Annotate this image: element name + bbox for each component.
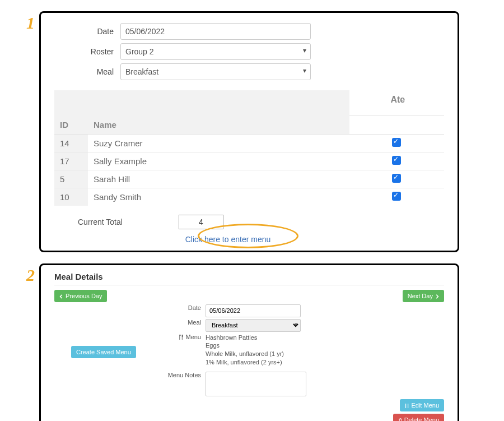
meal-select-2[interactable]: Breakfast: [206, 319, 301, 332]
step-number-1: 1: [17, 11, 39, 33]
cutlery-icon: [179, 335, 184, 340]
row-id: 5: [54, 170, 88, 188]
date-label-2: Date: [54, 304, 206, 311]
current-total-label: Current Total: [78, 218, 123, 226]
next-day-label: Next Day: [408, 293, 433, 299]
menu-notes-label: Menu Notes: [54, 372, 206, 378]
row-name: Sally Example: [88, 152, 349, 170]
cutlery-icon: [405, 404, 409, 408]
row-name: Sarah Hill: [88, 170, 349, 188]
meal-select[interactable]: Breakfast: [120, 63, 311, 80]
menu-notes-textarea[interactable]: [206, 372, 306, 396]
table-row: 17 Sally Example: [54, 152, 444, 170]
enter-menu-link[interactable]: Click here to enter menu: [144, 235, 312, 244]
meal-details-panel: Meal Details Previous Day Next Day Date: [39, 263, 459, 422]
meal-label: Meal: [70, 67, 120, 76]
trash-icon: [398, 418, 403, 421]
edit-menu-button[interactable]: Edit Menu: [400, 399, 444, 411]
arrow-left-icon: [59, 294, 64, 299]
previous-day-button[interactable]: Previous Day: [54, 290, 107, 302]
date-label: Date: [70, 27, 120, 36]
menu-list: Hashbrown Patties Eggs Whole Milk, unfla…: [206, 334, 444, 367]
table-row: 5 Sarah Hill: [54, 170, 444, 188]
create-saved-menu-button[interactable]: Create Saved Menu: [71, 346, 136, 358]
delete-menu-button[interactable]: Delete Menu: [393, 414, 444, 421]
row-name: Suzy Cramer: [88, 134, 349, 152]
step-number-2: 2: [17, 263, 39, 285]
roster-label: Roster: [70, 47, 120, 56]
roster-select[interactable]: Group 2: [120, 43, 311, 60]
menu-item: Eggs: [206, 341, 444, 350]
ate-checkbox[interactable]: [392, 156, 401, 165]
ate-checkbox[interactable]: [392, 174, 401, 183]
row-id: 17: [54, 152, 88, 170]
row-name: Sandy Smith: [88, 188, 349, 206]
col-id: ID: [54, 115, 88, 135]
menu-item: Hashbrown Patties: [206, 334, 444, 342]
date-input[interactable]: [120, 23, 311, 40]
col-name: Name: [88, 115, 349, 135]
col-ate: Ate: [349, 90, 444, 115]
menu-label: Menu: [185, 334, 201, 340]
ate-checkbox[interactable]: [392, 138, 401, 147]
row-id: 14: [54, 134, 88, 152]
current-total-value: 4: [179, 215, 223, 229]
roster-panel: Date Roster Group 2 Meal Breakfast: [39, 11, 459, 252]
ate-checkbox[interactable]: [392, 192, 401, 201]
table-row: 10 Sandy Smith: [54, 188, 444, 206]
menu-item: 1% Milk, unflavored (2 yrs+): [206, 358, 444, 367]
next-day-button[interactable]: Next Day: [403, 290, 444, 302]
arrow-right-icon: [435, 294, 439, 299]
roster-table: Ate ID Name 14 Suzy Cramer 17 Sally Exam…: [54, 90, 444, 206]
meal-details-title: Meal Details: [54, 272, 444, 285]
row-id: 10: [54, 188, 88, 206]
menu-item: Whole Milk, unflavored (1 yr): [206, 350, 444, 358]
table-row: 14 Suzy Cramer: [54, 134, 444, 152]
meal-label-2: Meal: [54, 319, 206, 326]
previous-day-label: Previous Day: [66, 293, 102, 299]
date-input-2[interactable]: [206, 304, 301, 317]
